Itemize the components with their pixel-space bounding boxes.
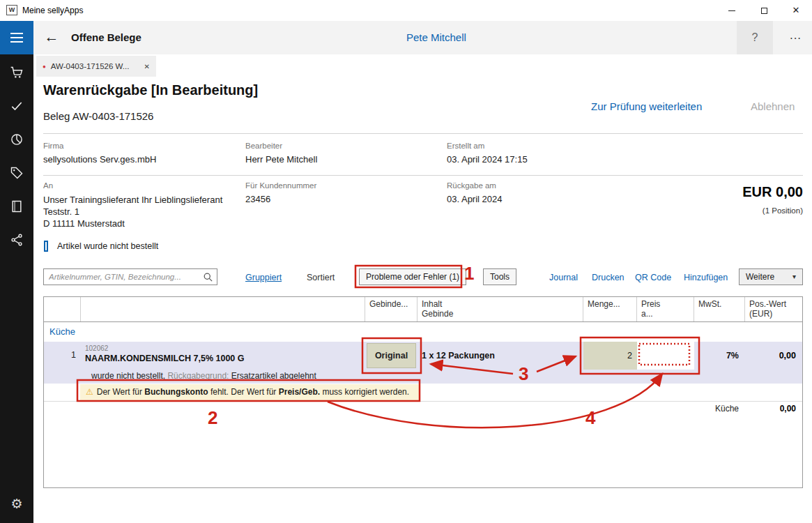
kundennummer-label: Für Kundennummer — [245, 181, 316, 190]
hamburger-menu-button[interactable] — [0, 21, 33, 54]
sidebar-item-tasks[interactable] — [0, 89, 33, 123]
sidebar-item-share[interactable] — [0, 223, 33, 257]
erstellt-am-value: 03. April 2024 17:15 — [447, 154, 528, 165]
bearbeiter-label: Bearbeiter — [245, 142, 282, 150]
minimize-icon — [728, 10, 735, 11]
rueckgabe-am-label: Rückgabe am — [447, 181, 496, 190]
divider — [43, 133, 803, 134]
share-icon — [10, 233, 24, 247]
pie-chart-icon — [10, 132, 24, 146]
drucken-link[interactable]: Drucken — [592, 273, 625, 282]
col-header-preis[interactable]: Preis a... — [637, 297, 694, 321]
validation-warning-row: ⚠Der Wert für Buchungskonto fehlt. Der W… — [44, 384, 802, 401]
journal-link[interactable]: Journal — [549, 273, 578, 282]
position-count: (1 Position) — [763, 206, 803, 215]
total-amount: EUR 0,00 — [742, 184, 803, 200]
maximize-icon — [761, 8, 767, 14]
search-input[interactable] — [44, 269, 217, 285]
tab-strip: ● AW-0403-171526 W... ✕ — [33, 54, 812, 77]
forward-for-review-button[interactable]: Zur Prüfung weiterleiten — [591, 100, 702, 112]
col-header-gebinde[interactable]: Gebinde... — [365, 297, 418, 321]
sidebar-item-journal[interactable] — [0, 190, 33, 223]
article-note-row: wurde nicht bestellt, Rückgabegrund: Ers… — [44, 370, 802, 384]
app-logo-icon: W — [6, 5, 17, 15]
user-name[interactable]: Pete Mitchell — [406, 21, 466, 54]
an-line1: Unser Trainingslieferant Ihr Lieblingsli… — [43, 194, 222, 206]
document-tab[interactable]: ● AW-0403-171526 W... ✕ — [36, 56, 156, 77]
reject-button[interactable]: Ablehnen — [751, 100, 795, 112]
title-bar: W Meine sellyApps ✕ — [0, 0, 812, 21]
gear-icon: ⚙ — [10, 496, 22, 512]
tools-button[interactable]: Tools — [483, 268, 516, 285]
close-button[interactable]: ✕ — [780, 0, 812, 21]
window-title: Meine sellyApps — [22, 0, 83, 21]
bearbeiter-value: Herr Pete Mitchell — [245, 154, 317, 165]
group-kueche-label[interactable]: Küche — [44, 322, 802, 342]
qr-code-link[interactable]: QR Code — [635, 273, 671, 282]
warning-icon: ⚠ — [86, 387, 93, 397]
sidebar-item-reports[interactable] — [0, 123, 33, 156]
positions-table: Gebinde... Inhalt Gebinde Menge... Preis… — [43, 296, 803, 488]
weitere-dropdown[interactable]: Weitere ▾ — [739, 268, 803, 285]
an-line3: D 11111 Musterstadt — [43, 218, 222, 229]
col-header-poswert[interactable]: Pos.-Wert (EUR) — [745, 297, 802, 321]
rueckgabe-am-value: 03. April 2024 — [447, 194, 503, 204]
col-header-number — [44, 297, 81, 321]
back-button[interactable]: ← — [39, 21, 64, 54]
gebinde-cell: Original — [365, 342, 418, 370]
tab-close-icon[interactable]: ✕ — [144, 63, 150, 70]
firma-value: sellysolutions Serv.ges.mbH — [43, 154, 156, 165]
document-number: Beleg AW-0403-171526 — [43, 110, 153, 122]
group-row: Küche — [44, 322, 802, 342]
maximize-button[interactable] — [748, 0, 780, 21]
not-ordered-checkbox-label: Artikel wurde nicht bestellt — [57, 241, 158, 251]
sidebar-item-cart[interactable] — [0, 56, 33, 89]
group-summary-row: Küche 0,00 — [44, 401, 802, 416]
gebinde-original-button[interactable]: Original — [367, 343, 416, 368]
article-row[interactable]: 1 102062 NAARM.KONDENSMILCH 7,5% 1000 G … — [44, 342, 802, 370]
search-icon[interactable] — [203, 272, 213, 285]
help-button[interactable]: ? — [737, 21, 773, 54]
inhalt-gebinde-cell: 1 x 12 Packungen — [418, 342, 583, 370]
col-header-mwst[interactable]: MwSt. — [694, 297, 745, 321]
hinzufuegen-link[interactable]: Hinzufügen — [684, 273, 728, 282]
col-header-inhalt-gebinde[interactable]: Inhalt Gebinde — [418, 297, 583, 321]
more-options-button[interactable]: ... — [779, 21, 812, 54]
chevron-down-icon: ▾ — [792, 269, 796, 285]
not-ordered-checkbox[interactable] — [44, 241, 48, 252]
col-header-description — [81, 297, 365, 321]
article-number: 102062 — [85, 344, 365, 352]
erstellt-am-label: Erstellt am — [447, 142, 484, 150]
kundennummer-value: 23456 — [245, 194, 270, 204]
book-icon — [10, 199, 24, 213]
cart-icon — [10, 66, 24, 79]
article-note: wurde nicht bestellt, Rückgabegrund: Ers… — [44, 370, 802, 384]
weitere-label: Weitere — [746, 269, 774, 285]
minimize-button[interactable] — [716, 0, 748, 21]
summary-group-label: Küche — [694, 402, 745, 416]
sidebar: ⚙ — [0, 54, 33, 523]
document-title: Warenrückgabe [In Bearbeitung] — [43, 82, 258, 98]
mwst-cell: 7% — [694, 342, 745, 370]
poswert-cell: 0,00 — [745, 342, 802, 370]
col-header-menge[interactable]: Menge... — [583, 297, 637, 321]
sidebar-item-prices[interactable] — [0, 156, 33, 190]
firma-label: Firma — [43, 142, 63, 150]
app-window: W Meine sellyApps ✕ ← Offene Belege Pete… — [0, 0, 812, 523]
gruppiert-link[interactable]: Gruppiert — [245, 273, 282, 282]
menge-input-cell[interactable]: 2 — [583, 342, 637, 370]
check-icon — [10, 99, 24, 113]
divider — [43, 175, 803, 176]
an-value: Unser Trainingslieferant Ihr Lieblingsli… — [43, 194, 222, 229]
probleme-oder-fehler-button[interactable]: Probleme oder Fehler (1) — [359, 268, 466, 285]
an-line2: Teststr. 1 — [43, 206, 222, 218]
preis-input-cell[interactable] — [637, 342, 694, 370]
unsaved-dot-icon: ● — [43, 63, 46, 70]
table-header-row: Gebinde... Inhalt Gebinde Menge... Preis… — [44, 297, 802, 322]
hamburger-icon — [10, 33, 23, 34]
sortiert-link[interactable]: Sortiert — [307, 273, 335, 282]
tag-icon — [10, 166, 24, 180]
app-header: ← Offene Belege Pete Mitchell ? ... — [0, 21, 812, 54]
validation-warning: ⚠Der Wert für Buchungskonto fehlt. Der W… — [80, 384, 419, 400]
sidebar-item-settings[interactable]: ⚙ — [0, 488, 33, 519]
